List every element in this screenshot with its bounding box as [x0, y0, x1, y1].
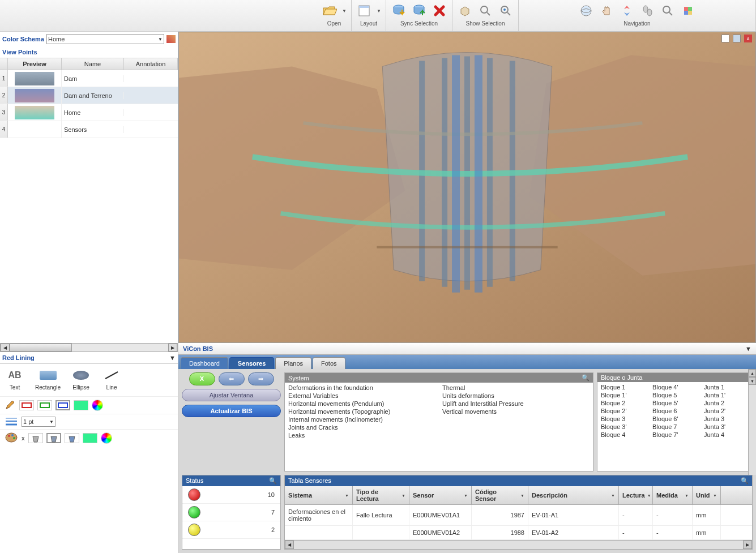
viewport-save-icon[interactable] [733, 35, 741, 42]
col-annotation[interactable]: Annotation [124, 58, 178, 70]
list-item[interactable]: Junta 3 [704, 415, 749, 423]
list-item[interactable]: Bloque 6' [652, 415, 697, 423]
layout-icon[interactable] [356, 3, 372, 19]
list-item[interactable]: Junta 1 [704, 383, 749, 391]
list-item[interactable]: Horizontal movements (Pendulum) [288, 400, 435, 408]
tab-dashboard[interactable]: Dashboard [181, 357, 228, 369]
lineweight-select[interactable]: 1 pt▼ [22, 417, 55, 427]
list-item[interactable]: Bloque 4 [601, 431, 646, 439]
list-item[interactable]: Bloque 3' [601, 423, 646, 431]
search-icon[interactable]: 🔍 [741, 477, 749, 485]
list-item[interactable]: Thermal [442, 384, 590, 392]
fill-green[interactable] [74, 400, 88, 410]
rectangle-tool[interactable]: Rectangle [35, 370, 61, 391]
nav-hand-icon[interactable] [599, 3, 614, 19]
side-hscroll[interactable]: ◀▶ [0, 343, 178, 352]
bucket3-icon[interactable] [65, 433, 79, 443]
outline-green[interactable] [37, 400, 52, 410]
x-button[interactable]: X [189, 372, 215, 385]
viewpoint-row[interactable]: 1Dam [0, 70, 178, 87]
nav-globe-icon[interactable] [578, 3, 594, 19]
tab-planos[interactable]: Planos [275, 357, 311, 369]
color-wheel2-icon[interactable] [101, 432, 112, 444]
fill-green2[interactable] [83, 433, 97, 443]
nav-walk-icon[interactable] [639, 3, 655, 19]
list-item[interactable]: Internal movements (Inclinometer) [288, 415, 435, 423]
outline-blue[interactable] [55, 400, 70, 410]
list-item[interactable]: Bloque 4' [652, 383, 697, 391]
list-item[interactable]: Horizontal movements (Topographie) [288, 408, 435, 415]
col-sistema[interactable]: Sistema▼ [285, 486, 353, 504]
col-desc[interactable]: Descripción▼ [528, 486, 619, 504]
list-item[interactable]: Leaks [288, 431, 435, 439]
list-item[interactable]: Bloque 7' [652, 431, 697, 439]
nav-back-button[interactable]: ⇐ [219, 372, 245, 385]
status-red-row[interactable]: 10 [182, 486, 280, 504]
list-item[interactable]: Bloque 7 [652, 423, 697, 431]
bucket2-icon[interactable] [46, 433, 61, 443]
list-item[interactable]: Vertical movements [442, 408, 590, 415]
outline-red[interactable] [19, 400, 34, 410]
col-preview[interactable]: Preview [8, 58, 62, 70]
pencil-icon[interactable] [5, 399, 16, 411]
list-item[interactable]: Bloque 6 [652, 407, 697, 415]
ellipse-tool[interactable]: Ellipse [71, 370, 91, 391]
show-zoom1-icon[interactable] [477, 3, 493, 19]
col-codigo[interactable]: Código Sensor▼ [472, 486, 528, 504]
list-item[interactable]: Uplift and Interstitial Pressure [442, 400, 590, 408]
line-tool[interactable]: Line [101, 370, 122, 391]
tabla-hscroll[interactable]: ◀▶ [285, 540, 752, 549]
viewpoint-row[interactable]: 4Sensors [0, 121, 178, 138]
nav-zoom-icon[interactable] [660, 3, 676, 19]
color-swatch-icon[interactable] [166, 35, 176, 43]
ajustar-button[interactable]: Ajustar Ventana [182, 389, 281, 401]
list-item[interactable]: Bloque 1 [601, 383, 646, 391]
list-item[interactable]: Deformations in the foundation [288, 384, 435, 392]
tabla-row[interactable]: Deformaciones en el cimiento Fallo Lectu… [285, 505, 752, 526]
list-item[interactable]: Junta 4 [704, 431, 749, 439]
list-item[interactable]: Bloque 2' [601, 407, 646, 415]
list-item[interactable]: Joints and Cracks [288, 423, 435, 431]
col-tipo[interactable]: Tipo de Lectura▼ [353, 486, 409, 504]
list-item[interactable]: Junta 2' [704, 407, 749, 415]
palette-icon[interactable] [5, 432, 18, 444]
col-sensor[interactable]: Sensor▼ [409, 486, 472, 504]
sync-down-icon[interactable] [391, 3, 407, 19]
chevron-down-icon[interactable]: ▼ [169, 354, 176, 361]
open-icon[interactable] [322, 3, 338, 19]
tabla-row[interactable]: E000UMEV01A2 1988 EV-01-A2 - - mm [285, 526, 752, 540]
list-item[interactable]: Junta 2 [704, 399, 749, 407]
open-dropdown-icon[interactable]: ▼ [342, 8, 347, 14]
tab-fotos[interactable]: Fotos [313, 357, 345, 369]
show-zoom2-icon[interactable] [498, 3, 514, 19]
list-item[interactable]: Bloque 5' [652, 399, 697, 407]
show-box-icon[interactable] [457, 3, 473, 19]
list-item[interactable]: Junta 3' [704, 423, 749, 431]
status-green-row[interactable]: 7 [182, 504, 280, 521]
viewpoint-row[interactable]: 2Dam and Terreno [0, 87, 178, 104]
viewport-copy-icon[interactable] [721, 35, 729, 42]
bis-vscroll[interactable]: ▲▼ [748, 369, 756, 475]
status-yellow-row[interactable]: 2 [182, 521, 280, 539]
list-item[interactable]: Bloque 2 [601, 399, 646, 407]
redlining-header[interactable]: Red Lining▼ [0, 352, 178, 364]
list-item[interactable]: Junta 1' [704, 391, 749, 399]
col-medida[interactable]: Medida▼ [653, 486, 693, 504]
search-icon[interactable]: 🔍 [582, 374, 590, 381]
actualizar-button[interactable]: Actualizar BIS [182, 405, 281, 417]
list-item[interactable]: External Variables [288, 392, 435, 400]
list-item[interactable]: Bloque 5 [652, 391, 697, 399]
col-lectura[interactable]: Lectura▼ [619, 486, 653, 504]
color-wheel-icon[interactable] [92, 400, 103, 411]
nav-fwd-button[interactable]: ⇒ [248, 372, 274, 385]
sync-up-icon[interactable] [411, 3, 427, 19]
layout-dropdown-icon[interactable]: ▼ [377, 8, 381, 14]
text-tool[interactable]: ABText [5, 370, 25, 391]
viewpoint-row[interactable]: 3Home [0, 104, 178, 121]
color-schema-select[interactable]: Home▼ [46, 34, 164, 44]
lineweight-icon[interactable] [5, 417, 18, 427]
nav-cube-icon[interactable] [680, 3, 696, 19]
col-unidad[interactable]: Unid▼ [693, 486, 721, 504]
bucket1-icon[interactable] [28, 433, 43, 443]
viewport-pdf-icon[interactable]: A [744, 35, 752, 42]
